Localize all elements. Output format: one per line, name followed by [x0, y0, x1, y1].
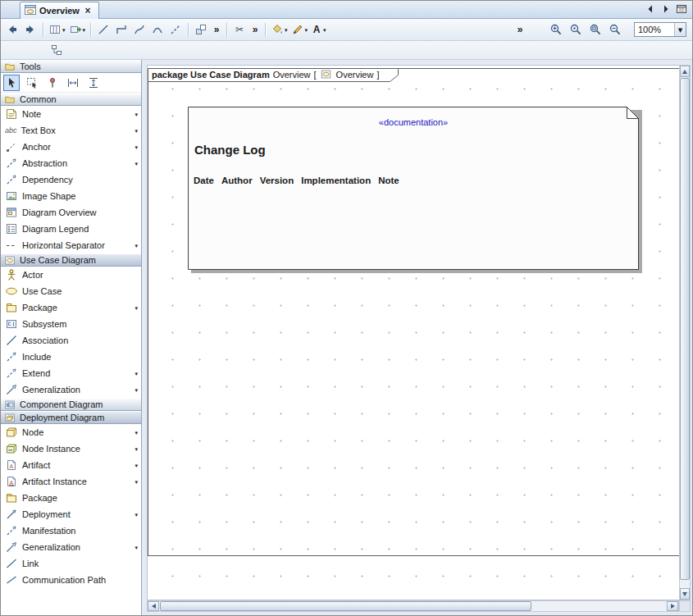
- chevron-down-icon[interactable]: ▾: [134, 107, 138, 121]
- tab-close-button[interactable]: ×: [82, 4, 93, 17]
- chevron-down-icon[interactable]: ▾: [134, 301, 138, 314]
- chevron-down-icon[interactable]: ▾: [134, 426, 138, 439]
- chevron-down-icon[interactable]: ▾: [134, 124, 138, 137]
- containment-button[interactable]: [48, 42, 65, 58]
- scroll-up-button[interactable]: [680, 66, 690, 77]
- previous-tab-button[interactable]: [643, 2, 657, 16]
- zoom-original-button[interactable]: [568, 21, 584, 38]
- zoom-combobox[interactable]: 100% ▾: [634, 22, 686, 37]
- chevron-down-icon[interactable]: ▾: [134, 541, 138, 554]
- scroll-right-button[interactable]: [667, 601, 678, 611]
- toolbox-item-include[interactable]: Include: [1, 349, 141, 365]
- toolbox-item-generalization[interactable]: Generalization▾: [1, 539, 141, 555]
- section-header-use-case-diagram[interactable]: Use Case Diagram: [1, 253, 141, 267]
- triangle-down-icon: [682, 592, 687, 596]
- toolbox-item-diagram-legend[interactable]: Diagram Legend: [1, 221, 141, 237]
- horizontal-scrollbar[interactable]: [147, 600, 679, 612]
- free-select-tool-button[interactable]: [24, 75, 40, 91]
- forward-arrow-icon: [24, 23, 37, 36]
- back-button[interactable]: [4, 21, 21, 38]
- section-header-tools[interactable]: Tools: [1, 60, 141, 73]
- select-tool-button[interactable]: [3, 75, 20, 91]
- toolbox-item-diagram-overview[interactable]: Diagram Overview: [1, 204, 141, 221]
- toolbox-item-package[interactable]: Package: [1, 490, 141, 506]
- toolbox-item-image-shape[interactable]: Image Shape: [1, 188, 141, 204]
- sticky-tool-button[interactable]: [44, 75, 61, 91]
- layout-button[interactable]: [193, 21, 209, 38]
- scroll-left-button[interactable]: [148, 601, 159, 611]
- overflow-icon[interactable]: »: [249, 23, 261, 36]
- toolbox-item-link[interactable]: Link: [1, 555, 141, 572]
- next-tab-button[interactable]: [659, 2, 672, 16]
- tab-overview[interactable]: Overview ×: [20, 2, 99, 19]
- chevron-down-icon[interactable]: ▾: [134, 239, 138, 252]
- toolbox-item-deployment[interactable]: Deployment▾: [1, 506, 141, 522]
- diagram-canvas[interactable]: package Use Case Diagram Overview [ Over…: [147, 65, 679, 600]
- toolbox-item-note[interactable]: Note▾: [1, 106, 141, 122]
- toolbox-item-label: Actor: [22, 270, 138, 280]
- toolbox-item-association[interactable]: Association: [1, 332, 141, 349]
- vertical-scrollbar[interactable]: [679, 65, 691, 600]
- toolbox-item-abstraction[interactable]: Abstraction▾: [1, 155, 141, 171]
- tab-list-button[interactable]: [674, 2, 688, 16]
- toolbox-item-text-box[interactable]: abcText Box▾: [1, 122, 141, 139]
- toolbox-item-artifact[interactable]: AArtifact▾: [1, 457, 141, 473]
- chevron-down-icon[interactable]: ▾: [134, 367, 138, 380]
- toolbox-item-horizontal-separator[interactable]: Horizontal Separator▾: [1, 237, 141, 253]
- zoom-fit-button[interactable]: [587, 21, 604, 38]
- toolbox-item-package[interactable]: Package▾: [1, 299, 141, 316]
- spline-path-button[interactable]: [167, 21, 184, 38]
- chevron-down-icon[interactable]: ▾: [134, 475, 138, 488]
- node-instance-icon: [5, 442, 18, 455]
- toolbox-item-artifact-instance[interactable]: AArtifact Instance▾: [1, 473, 141, 490]
- toolbox-item-communication-path[interactable]: Communication Path: [1, 572, 141, 588]
- chevron-down-icon[interactable]: ▾: [134, 508, 138, 521]
- toolbox-item-dependency[interactable]: Dependency: [1, 171, 141, 188]
- toolbox-item-manifestation[interactable]: Manifestation: [1, 522, 141, 539]
- font-button[interactable]: A▾: [310, 21, 327, 38]
- toolbox-item-use-case[interactable]: Use Case: [1, 283, 141, 299]
- cut-button[interactable]: ✂: [231, 21, 248, 38]
- vertical-scroll-thumb[interactable]: [680, 78, 690, 580]
- section-header-deployment-diagram[interactable]: Deployment Diagram: [1, 411, 141, 424]
- add-shape-button[interactable]: ▾: [68, 21, 87, 38]
- toolbox-item-actor[interactable]: Actor: [1, 267, 141, 283]
- forward-button[interactable]: [22, 21, 39, 38]
- curved-path-button[interactable]: [149, 21, 166, 38]
- scroll-down-button[interactable]: [680, 588, 690, 600]
- toolbox-item-label: Generalization: [22, 542, 130, 552]
- overflow-icon[interactable]: »: [211, 23, 222, 36]
- cut-icon: ✂: [234, 23, 245, 36]
- toolbox-item-extend[interactable]: Extend▾: [1, 365, 141, 381]
- distribute-horizontal-tool-button[interactable]: [65, 75, 81, 91]
- zoom-in-button[interactable]: [548, 21, 564, 38]
- section-header-component-diagram[interactable]: Component Diagram: [1, 398, 141, 411]
- distribute-vertical-tool-button[interactable]: [85, 75, 102, 91]
- note-column-header: Version: [260, 176, 294, 185]
- fill-color-button[interactable]: ▾: [270, 21, 289, 38]
- chevron-down-icon[interactable]: ▾: [134, 140, 138, 153]
- toolbar-overflow-button[interactable]: »: [514, 23, 526, 36]
- toolbox-item-node[interactable]: Node▾: [1, 424, 141, 440]
- chevron-down-icon[interactable]: ▾: [134, 442, 138, 455]
- zoom-original-icon: [569, 23, 582, 36]
- chevron-down-icon[interactable]: ▾: [134, 383, 138, 396]
- zoom-dropdown-button[interactable]: ▾: [674, 23, 686, 36]
- frame-bracket-open: [: [314, 70, 317, 80]
- zoom-out-button[interactable]: [607, 21, 623, 38]
- toolbar-separator: [43, 23, 43, 37]
- section-header-common[interactable]: Common: [1, 93, 141, 106]
- documentation-note[interactable]: «documentation» Change Log DateAuthorVer…: [188, 107, 639, 270]
- swimlane-button[interactable]: ▾: [48, 21, 66, 38]
- toolbox-item-generalization[interactable]: Generalization▾: [1, 381, 141, 398]
- pen-color-button[interactable]: ▾: [290, 21, 309, 38]
- toolbox-item-subsystem[interactable]: Subsystem: [1, 316, 141, 332]
- toolbox-item-node-instance[interactable]: Node Instance▾: [1, 440, 141, 457]
- horizontal-scroll-thumb[interactable]: [160, 601, 531, 611]
- chevron-down-icon[interactable]: ▾: [134, 459, 138, 472]
- bezier-path-button[interactable]: [131, 21, 148, 38]
- toolbox-item-anchor[interactable]: Anchor▾: [1, 139, 141, 155]
- oblique-path-button[interactable]: [95, 21, 112, 38]
- rectilinear-path-button[interactable]: [113, 21, 130, 38]
- chevron-down-icon[interactable]: ▾: [134, 157, 138, 170]
